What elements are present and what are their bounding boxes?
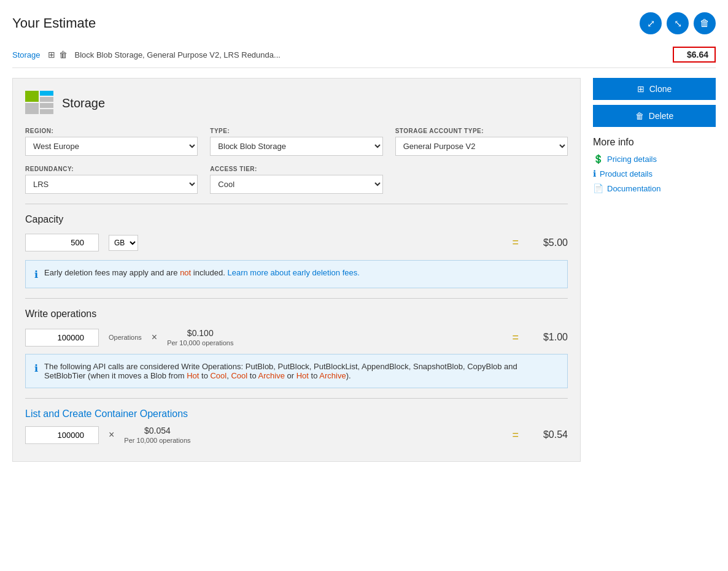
info-circle-icon: ℹ: [34, 269, 38, 280]
section-divider-2: [25, 298, 568, 299]
redundancy-select[interactable]: LRS ZRS GRS RA-GRS: [25, 175, 198, 194]
account-type-group: STORAGE ACCOUNT TYPE: General Purpose V2…: [395, 128, 568, 156]
access-tier-select[interactable]: Hot Cool Archive: [210, 175, 382, 194]
more-info-title: More info: [593, 137, 716, 148]
storage-description: Block Blob Storage, General Purpose V2, …: [75, 50, 673, 59]
account-type-select[interactable]: General Purpose V2 General Purpose V1 Bl…: [395, 137, 568, 156]
info-badge-icon: ℹ: [593, 169, 596, 178]
delete-estimate-button[interactable]: 🗑: [694, 12, 716, 34]
capacity-unit-select[interactable]: GB TB: [109, 235, 138, 251]
access-tier-group: ACCESS TIER: Hot Cool Archive: [210, 166, 382, 194]
storage-link[interactable]: Storage: [12, 50, 41, 59]
trash-icon[interactable]: 🗑: [59, 50, 68, 59]
write-ops-multiply: ×: [152, 332, 157, 343]
account-type-label: STORAGE ACCOUNT TYPE:: [395, 128, 568, 134]
list-container-multiply: ×: [109, 429, 114, 440]
list-container-equals: =: [512, 429, 519, 442]
storage-section-title: Storage: [62, 96, 105, 110]
write-ops-info-text: The following API calls are considered W…: [44, 362, 559, 380]
write-ops-equals: =: [512, 331, 519, 344]
trash-btn-icon: 🗑: [635, 111, 644, 121]
section-divider-1: [25, 204, 568, 204]
early-deletion-info: ℹ Early deletion fees may apply and are …: [25, 260, 568, 288]
form-row-2: REDUNDANCY: LRS ZRS GRS RA-GRS ACCESS TI…: [25, 166, 568, 194]
dollar-circle-icon: 💲: [593, 154, 603, 164]
region-group: REGION: West Europe East US West US Nort…: [25, 128, 198, 156]
storage-config-panel: Storage REGION: West Europe East US West…: [12, 78, 581, 462]
list-container-input[interactable]: [25, 426, 99, 444]
spacer-group: [395, 166, 568, 194]
write-ops-title: Write operations: [25, 308, 568, 320]
storage-bar-icons: ⊞ 🗑: [48, 50, 68, 59]
list-container-calc-row: × $0.054 Per 10,000 operations = $0.54: [25, 426, 568, 444]
list-container-per-label: Per 10,000 operations: [124, 437, 190, 444]
redundancy-label: REDUNDANCY:: [25, 166, 198, 172]
svg-rect-5: [40, 109, 53, 114]
capacity-equals: =: [512, 236, 519, 249]
svg-rect-2: [25, 103, 39, 114]
write-ops-rate-group: $0.100 Per 10,000 operations: [167, 328, 233, 347]
capacity-calc-row: GB TB = $5.00: [25, 234, 568, 251]
storage-service-icon: [25, 91, 55, 115]
svg-rect-0: [25, 91, 39, 102]
pricing-details-link[interactable]: 💲 Pricing details: [593, 154, 716, 164]
capacity-price: $5.00: [531, 237, 568, 248]
region-select[interactable]: West Europe East US West US North Europe: [25, 137, 198, 156]
more-info-links: 💲 Pricing details ℹ Product details 📄 Do…: [593, 154, 716, 193]
redundancy-group: REDUNDANCY: LRS ZRS GRS RA-GRS: [25, 166, 198, 194]
section-divider-3: [25, 398, 568, 399]
list-container-price: $0.54: [531, 429, 568, 440]
svg-rect-3: [40, 97, 53, 102]
clone-icon: ⊞: [637, 84, 645, 94]
early-deletion-text: Early deletion fees may apply and are no…: [44, 268, 360, 277]
access-tier-label: ACCESS TIER:: [210, 166, 382, 172]
delete-button[interactable]: 🗑 Delete: [593, 105, 716, 127]
collapse-button[interactable]: ⤡: [667, 12, 689, 34]
write-operations-section: Write operations Operations × $0.100 Per…: [25, 308, 568, 347]
capacity-section: Capacity GB TB = $5.00: [25, 214, 568, 251]
svg-rect-4: [40, 103, 53, 108]
write-ops-calc-row: Operations × $0.100 Per 10,000 operation…: [25, 328, 568, 347]
capacity-input[interactable]: [25, 234, 99, 251]
svg-rect-1: [40, 91, 53, 96]
copy-icon[interactable]: ⊞: [48, 50, 55, 59]
page-title: Your Estimate: [12, 15, 96, 31]
form-row-1: REGION: West Europe East US West US Nort…: [25, 128, 568, 156]
storage-price-badge: $6.64: [673, 47, 716, 63]
clone-button[interactable]: ⊞ Clone: [593, 78, 716, 100]
write-ops-price: $1.00: [531, 332, 568, 343]
write-ops-unit-label: Operations: [109, 334, 142, 341]
right-panel: ⊞ Clone 🗑 Delete More info 💲 Pricing det…: [593, 78, 716, 462]
storage-bar: Storage ⊞ 🗑 Block Blob Storage, General …: [12, 42, 716, 68]
info-circle-icon-2: ℹ: [34, 362, 38, 374]
doc-icon: 📄: [593, 183, 603, 193]
list-container-rate-group: $0.054 Per 10,000 operations: [124, 426, 190, 444]
write-ops-rate: $0.100: [187, 328, 214, 338]
region-label: REGION:: [25, 128, 198, 134]
list-container-section: List and Create Container Operations × $…: [25, 408, 568, 444]
capacity-title: Capacity: [25, 214, 568, 225]
write-ops-per-label: Per 10,000 operations: [167, 339, 233, 347]
type-label: TYPE:: [210, 128, 382, 134]
type-group: TYPE: Block Blob Storage General Purpose…: [210, 128, 382, 156]
header-actions: ⤢ ⤡ 🗑: [640, 12, 716, 34]
product-details-link[interactable]: ℹ Product details: [593, 169, 716, 178]
documentation-link[interactable]: 📄 Documentation: [593, 183, 716, 193]
expand-button[interactable]: ⤢: [640, 12, 662, 34]
list-container-rate: $0.054: [144, 426, 171, 435]
storage-heading: Storage: [25, 91, 568, 115]
type-select[interactable]: Block Blob Storage General Purpose Azure…: [210, 137, 382, 156]
capacity-unit-group: GB TB: [109, 235, 138, 251]
write-ops-input[interactable]: [25, 329, 99, 347]
list-container-title: List and Create Container Operations: [25, 408, 568, 420]
early-deletion-link[interactable]: Learn more about early deletion fees.: [228, 268, 360, 277]
write-ops-info-box: ℹ The following API calls are considered…: [25, 354, 568, 388]
